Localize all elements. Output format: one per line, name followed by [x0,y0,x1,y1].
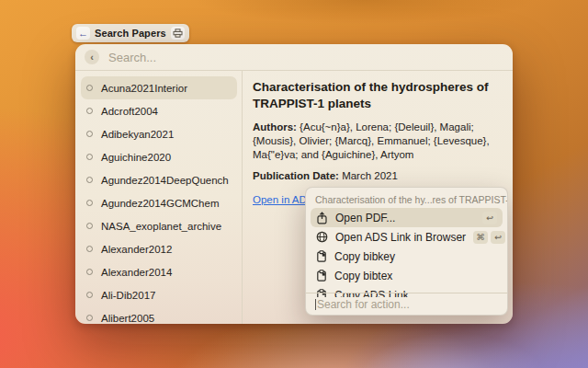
list-item[interactable]: Adibekyan2021 [81,122,237,145]
paper-id-label: Aguichine2020 [101,152,171,163]
paper-id-label: Agundez2014DeepQuench [101,175,229,186]
action-label: Copy bibtex [334,270,490,282]
main-window: ‹ Acuna2021Interior Adcroft2004 [75,44,513,324]
pill-title: Search Papers [95,28,166,39]
paper-id-label: Ali-Dib2017 [101,290,155,301]
action-menu-item[interactable]: Open ADS Link in Browser ⌘↩ [311,227,503,247]
list-item[interactable]: Alibert2005 [81,306,237,324]
circle-icon [86,177,93,183]
clipboard-icon [316,270,327,282]
action-menu-item[interactable]: Copy bibkey [311,247,503,266]
circle-icon [86,154,93,160]
action-menu-item[interactable]: Open PDF... ↩ [311,208,503,227]
paper-id-label: Alexander2012 [101,244,172,255]
circle-icon [86,269,93,275]
text-caret [315,299,316,310]
list-item[interactable]: Acuna2021Interior [81,76,237,99]
action-search-bar [306,293,507,315]
paper-id-label: Agundez2014GCMChem [101,198,220,209]
list-item[interactable]: Alexander2014 [81,260,237,283]
papers-list: Acuna2021Interior Adcroft2004 Adibekyan2… [75,71,242,324]
list-item[interactable]: Ali-Dib2017 [81,283,237,306]
action-menu: Characterisation of the hy...res of TRAP… [305,187,508,316]
back-button[interactable]: ‹ [85,50,99,64]
pill-back-button[interactable]: ← [76,27,90,40]
action-label: Open PDF... [335,212,475,224]
share-icon [316,212,328,224]
publication-date-value: March 2021 [339,170,398,181]
shortcut-keys: ↩ [482,212,497,224]
paper-id-label: Acuna2021Interior [101,83,187,94]
printer-icon [173,29,183,38]
search-papers-pill[interactable]: ← Search Papers [72,24,189,42]
action-menu-item[interactable]: Copy bibtex [311,266,503,285]
circle-icon [86,85,93,91]
paper-id-label: Adibekyan2021 [101,129,174,140]
back-arrow-icon: ← [78,29,88,39]
publication-date: Publication Date: March 2021 [253,170,502,181]
pill-printer-chip [171,27,185,40]
keycap: ↩ [491,231,505,244]
list-item[interactable]: Adcroft2004 [81,99,237,122]
paper-id-label: NASA_exoplanet_archive [101,221,221,232]
chevron-left-icon: ‹ [90,52,94,63]
authors-label: Authors: [253,121,297,132]
circle-icon [86,108,93,114]
paper-id-label: Adcroft2004 [101,106,158,117]
list-item[interactable]: Alexander2012 [81,237,237,260]
paper-authors: Authors: {Acu{~n}a}, Lorena; {Deleuil}, … [253,121,502,162]
action-menu-header: Characterisation of the hy...res of TRAP… [306,188,507,208]
clipboard-icon [316,250,327,262]
keycap: ↩ [482,212,497,224]
action-menu-items: Open PDF... ↩ Open ADS Link in Browser [306,208,507,297]
circle-icon [86,292,93,298]
list-item[interactable]: Agundez2014GCMChem [81,191,237,214]
circle-icon [86,131,93,137]
list-item[interactable]: NASA_exoplanet_archive [81,214,237,237]
keycap: ⌘ [473,231,488,244]
globe-icon [316,231,328,243]
list-item[interactable]: Agundez2014DeepQuench [81,168,237,191]
action-label: Copy bibkey [334,250,490,263]
circle-icon [86,246,93,252]
search-input[interactable] [99,51,503,64]
paper-id-label: Alibert2005 [101,313,154,324]
paper-id-label: Alexander2014 [101,267,172,278]
shortcut-keys: ⌘↩ [473,231,505,244]
action-label: Open ADS Link in Browser [335,231,466,244]
paper-title: Characterisation of the hydrospheres of … [253,79,502,112]
action-search-input[interactable] [317,298,498,311]
desktop-wallpaper: ← Search Papers ‹ Ac [0,0,588,368]
circle-icon [86,315,93,321]
circle-icon [86,223,93,229]
publication-date-label: Publication Date: [253,170,339,181]
circle-icon [86,200,93,206]
list-item[interactable]: Aguichine2020 [81,145,237,168]
search-bar: ‹ [75,44,513,70]
